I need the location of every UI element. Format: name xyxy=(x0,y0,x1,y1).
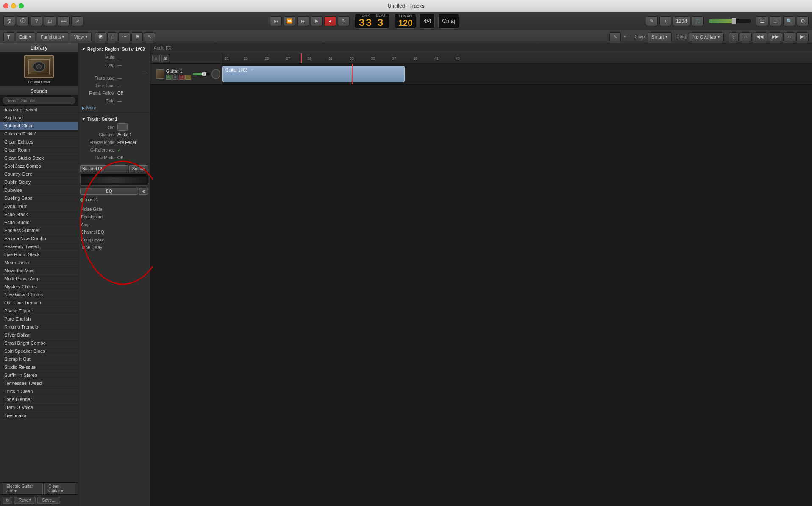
waveform-btn[interactable]: 〜 xyxy=(118,32,131,41)
toolbar-right8-btn[interactable]: ⚙ xyxy=(797,16,809,26)
pointer-btn[interactable]: ↖ xyxy=(609,32,621,41)
list-item[interactable]: Amazing Tweed xyxy=(0,106,78,114)
list-item[interactable]: Echo Studio xyxy=(0,218,78,227)
library-bottom-dropdown[interactable]: Electric Guitar and ▾ xyxy=(3,483,43,495)
solo-btn[interactable]: S xyxy=(172,75,178,80)
snap-btn[interactable]: ⊕ xyxy=(131,32,143,41)
list-item[interactable]: Tone Blender xyxy=(0,395,78,404)
grid-view-btn[interactable]: ⊞ xyxy=(95,32,106,41)
edit-menu-btn[interactable]: Edit ▾ xyxy=(16,32,35,41)
track-title[interactable]: ▼ Track: Guitar 1 xyxy=(82,115,147,123)
bpm-display[interactable]: TEMPO 120 xyxy=(395,14,416,29)
list-item[interactable]: Mystery Chorus xyxy=(0,283,78,291)
list-item[interactable]: Have a Nice Combo xyxy=(0,235,78,243)
loop-button[interactable]: ↻ xyxy=(338,16,350,26)
list-view-btn[interactable]: ≡ xyxy=(107,32,117,41)
list-item[interactable]: Trem-O-Voice xyxy=(0,404,78,412)
zoom-h-btn[interactable]: ↔ xyxy=(740,32,752,41)
track-icon-preview[interactable] xyxy=(117,123,128,131)
rewind-button[interactable]: ⏮ xyxy=(270,16,282,26)
toolbar-window-btn[interactable]: □ xyxy=(44,16,56,26)
pedalboard-slot[interactable]: Pedalboard xyxy=(80,213,148,221)
list-item[interactable]: Dyna-Trem xyxy=(0,202,78,210)
toolbar-right4-btn[interactable]: 🎵 xyxy=(692,16,704,26)
list-item[interactable]: Ringing Tremolo xyxy=(0,323,78,331)
list-item[interactable]: Thick n Clean xyxy=(0,387,78,395)
volume-thumb[interactable] xyxy=(202,72,206,76)
scroll-right-btn[interactable]: ▶▶ xyxy=(768,32,782,41)
list-item[interactable]: Phase Flipper xyxy=(0,307,78,315)
list-item[interactable]: Dueling Cabs xyxy=(0,194,78,202)
list-item[interactable]: Silver Dollar xyxy=(0,331,78,339)
more-btn[interactable]: ▶ More xyxy=(82,105,147,111)
scroll-left-btn[interactable]: ◀◀ xyxy=(753,32,767,41)
maximize-button[interactable] xyxy=(19,3,24,8)
list-item[interactable]: Spin Speaker Blues xyxy=(0,347,78,355)
play-button[interactable]: ▶ xyxy=(311,16,323,26)
track-volume-slider[interactable] xyxy=(193,73,210,75)
setting-button[interactable]: Setting xyxy=(129,165,148,172)
list-item[interactable]: Echo Stack xyxy=(0,210,78,218)
list-item[interactable]: Pure English xyxy=(0,315,78,323)
minimize-button[interactable] xyxy=(11,3,16,8)
functions-menu-btn[interactable]: Functions ▾ xyxy=(37,32,69,41)
region-title[interactable]: ▼ Region: Region: Guitar 1#03 xyxy=(82,45,147,53)
channel-eq-slot[interactable]: Channel EQ xyxy=(80,228,148,236)
snap-value-btn[interactable]: Smart ▾ xyxy=(648,32,671,41)
list-item[interactable]: Cool Jazz Combo xyxy=(0,162,78,170)
drag-value-btn[interactable]: No Overlap ▾ xyxy=(689,32,724,41)
add-track-btn[interactable]: + xyxy=(152,55,160,62)
track-pan-knob[interactable] xyxy=(211,69,220,79)
tape-delay-slot[interactable]: Tape Delay xyxy=(80,243,148,251)
zoom-fit-btn[interactable]: ↔ xyxy=(783,32,795,41)
list-item[interactable]: Tresonator xyxy=(0,412,78,420)
library-clean-guitar-btn[interactable]: Clean Guitar ▾ xyxy=(44,483,75,495)
toolbar-right5-btn[interactable]: ☰ xyxy=(756,16,768,26)
list-item[interactable]: Surfin' in Stereo xyxy=(0,371,78,379)
toolbar-info-btn[interactable]: ⓘ xyxy=(17,16,29,26)
toolbar-right7-btn[interactable]: 🔍 xyxy=(783,16,795,26)
toolbar-right2-btn[interactable]: ♪ xyxy=(659,16,671,26)
noise-gate-slot[interactable]: Noise Gate xyxy=(80,205,148,213)
record-button[interactable]: ● xyxy=(324,16,336,26)
tool1-btn[interactable]: ↖ xyxy=(144,32,155,41)
time-sig-display[interactable]: 4/4 xyxy=(420,14,435,29)
input-monitor-btn[interactable]: I xyxy=(185,75,191,80)
list-item[interactable]: Dubwise xyxy=(0,186,78,194)
list-item[interactable]: Stomp It Out xyxy=(0,355,78,363)
plugin-preset-dropdown[interactable]: Brit and Cl... xyxy=(80,165,128,172)
search-input[interactable] xyxy=(3,97,75,104)
list-item[interactable]: Studio Reissue xyxy=(0,363,78,371)
go-start-button[interactable]: ⏭ xyxy=(297,16,309,26)
list-item[interactable]: Live Room Stack xyxy=(0,251,78,259)
list-item[interactable]: Clean Room xyxy=(0,146,78,154)
fast-back-button[interactable]: ⏪ xyxy=(284,16,295,26)
list-item[interactable]: Clean Echoes xyxy=(0,138,78,146)
flex-mode-value[interactable]: Off xyxy=(117,155,123,160)
scroll-end-btn[interactable]: ▶| xyxy=(796,32,809,41)
record-arm-btn[interactable]: R xyxy=(179,75,185,80)
loop-value[interactable]: — xyxy=(117,63,122,67)
toolbar-settings-btn[interactable]: ⚙ xyxy=(3,16,15,26)
list-item[interactable]: Metro Retro xyxy=(0,259,78,267)
eq-button[interactable]: EQ xyxy=(80,188,138,195)
toolbar-right3-btn[interactable]: 1234 xyxy=(673,16,690,26)
list-item[interactable]: Clean Studio Stack xyxy=(0,154,78,162)
list-item[interactable]: Country Gent xyxy=(0,170,78,178)
list-item[interactable]: Tennessee Tweed xyxy=(0,379,78,387)
key-display[interactable]: Cmaj xyxy=(438,14,459,29)
view-menu-btn[interactable]: View ▾ xyxy=(70,32,92,41)
amp-slot[interactable]: Amp xyxy=(80,221,148,228)
mute-btn[interactable]: M xyxy=(166,75,172,80)
zoom-in-btn[interactable]: ↕ xyxy=(729,32,739,41)
list-item[interactable]: Old Time Tremolo xyxy=(0,299,78,307)
cursor-tool-btn[interactable]: T xyxy=(3,32,14,41)
list-item[interactable]: Multi-Phase Amp xyxy=(0,275,78,283)
list-item[interactable]: Move the Mics xyxy=(0,267,78,275)
freeze-value[interactable]: Pre Fader xyxy=(117,140,136,145)
track-resize-handle[interactable] xyxy=(152,66,154,83)
settings-gear-btn[interactable]: ⚙ xyxy=(3,497,12,504)
toolbar-grid-btn[interactable]: ≡≡ xyxy=(58,16,70,26)
track-options-btn[interactable]: ⊞ xyxy=(161,55,169,62)
list-item[interactable]: Endless Summer xyxy=(0,227,78,235)
